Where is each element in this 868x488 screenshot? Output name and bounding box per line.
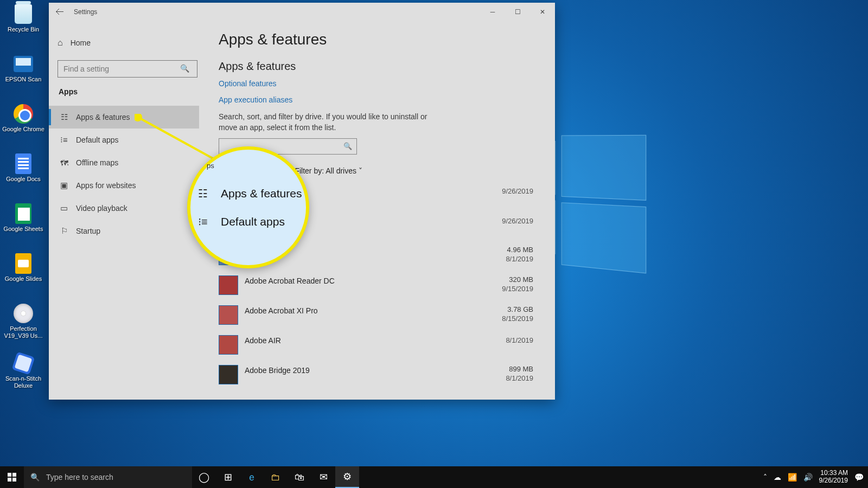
sidebar-section-title: Apps xyxy=(59,87,199,96)
app-size: 4.96 MB xyxy=(490,246,533,254)
taskbar: 🔍 Type here to search ◯ ⊞ ｅ 🗀 🛍 ✉ ⚙ ˄ ☁ … xyxy=(0,466,868,488)
chrome-icon xyxy=(14,104,33,124)
taskbar-store[interactable]: 🛍 xyxy=(288,466,311,488)
taskbar-file-explorer[interactable]: 🗀 xyxy=(264,466,288,488)
app-date: 8/1/2019 xyxy=(490,374,533,382)
sidebar-item-label: Video playback xyxy=(76,204,127,213)
close-button[interactable]: ✕ xyxy=(530,3,555,21)
desktop-icon-label: Google Chrome xyxy=(2,126,44,133)
filter-by[interactable]: Filter by: All drives ˅ xyxy=(295,166,362,175)
desktop-icon-label: Scan-n-Stitch Deluxe xyxy=(2,375,44,389)
highlight-row-label: Apps & features xyxy=(221,187,302,200)
sidebar-item-label: Offline maps xyxy=(76,158,118,167)
slides-icon xyxy=(15,253,31,274)
tray-clock[interactable]: 10:33 AM 9/26/2019 xyxy=(819,470,848,485)
app-size: 3.78 GB xyxy=(490,305,533,313)
list-icon: ☷ xyxy=(198,187,211,200)
sidebar-item-apps-features[interactable]: ☷Apps & features xyxy=(49,106,199,129)
sidebar-item-label: Home xyxy=(71,38,91,47)
app-date: 8/15/2019 xyxy=(490,314,533,323)
settings-search-input[interactable] xyxy=(58,60,197,78)
settings-search[interactable]: 🔍 xyxy=(58,60,199,78)
desktop-icon-label: EPSON Scan xyxy=(5,76,42,83)
app-icon xyxy=(219,335,238,355)
app-name: Adobe Acrobat XI Pro xyxy=(245,305,490,315)
sidebar-item-startup[interactable]: ⚐Startup xyxy=(49,220,199,242)
app-icon xyxy=(219,305,238,325)
recycle-bin-icon xyxy=(15,4,32,24)
tutorial-highlight-circle: ps ☷Apps & features ⁝≡Default apps xyxy=(187,146,309,268)
desktop-icon-label: Google Slides xyxy=(5,275,42,282)
sidebar-nav: ☷Apps & features ⁝≡Default apps 🗺Offline… xyxy=(49,106,199,242)
scanner-icon xyxy=(14,56,33,72)
app-date: 9/26/2019 xyxy=(490,217,533,225)
highlight-corner-text: ps xyxy=(207,162,214,170)
tray-notifications-icon[interactable]: 💬 xyxy=(854,473,864,481)
link-optional-features[interactable]: Optional features xyxy=(219,79,555,88)
section-description: Search, sort, and filter by drive. If yo… xyxy=(219,112,436,133)
stitch-icon xyxy=(12,352,35,375)
app-list-item[interactable]: Adobe Bridge 2019899 MB8/1/2019 xyxy=(219,365,555,395)
desktop-icon-recycle-bin[interactable]: Recycle Bin xyxy=(2,3,44,51)
defaults-icon: ⁝≡ xyxy=(60,135,68,145)
app-name: Adobe Bridge 2019 xyxy=(245,365,490,375)
desktop-icon-google-docs[interactable]: Google Docs xyxy=(2,153,44,201)
desktop-icon-chrome[interactable]: Google Chrome xyxy=(2,103,44,151)
highlight-row-label: Default apps xyxy=(221,215,285,228)
docs-icon xyxy=(15,153,31,174)
app-list-item[interactable]: Adobe AIR8/1/2019 xyxy=(219,335,555,365)
sidebar-item-apps-websites[interactable]: ▣Apps for websites xyxy=(49,174,199,197)
link-app-execution-aliases[interactable]: App execution aliases xyxy=(219,95,555,104)
cd-icon xyxy=(14,304,33,323)
desktop-icon-label: Recycle Bin xyxy=(8,26,39,33)
startup-icon: ⚐ xyxy=(60,226,68,236)
sidebar-item-label: Apps for websites xyxy=(76,181,136,190)
desktop-icon-scan-n-stitch[interactable]: Scan-n-Stitch Deluxe xyxy=(2,352,44,400)
taskbar-settings[interactable]: ⚙ xyxy=(335,466,359,488)
sidebar: ⌂ Home 🔍 Apps ☷Apps & features ⁝≡Default… xyxy=(49,21,208,400)
desktop-icon-perfection[interactable]: Perfection V19_V39 Us... xyxy=(2,303,44,350)
maximize-button[interactable]: ☐ xyxy=(505,3,530,21)
sidebar-item-video-playback[interactable]: ▭Video playback xyxy=(49,197,199,220)
app-name: Adobe Acrobat Reader DC xyxy=(245,275,490,285)
taskbar-search[interactable]: 🔍 Type here to search xyxy=(24,466,192,488)
desktop-icons: Recycle Bin EPSON Scan Google Chrome Goo… xyxy=(2,3,46,402)
minimize-button[interactable]: ─ xyxy=(480,3,505,21)
sidebar-item-offline-maps[interactable]: 🗺Offline maps xyxy=(49,151,199,174)
sidebar-item-default-apps[interactable]: ⁝≡Default apps xyxy=(49,129,199,151)
tray-network-icon[interactable]: 📶 xyxy=(788,473,797,481)
sidebar-item-home[interactable]: ⌂ Home xyxy=(58,32,199,54)
taskbar-edge[interactable]: ｅ xyxy=(240,466,264,488)
desktop-icon-epson-scan[interactable]: EPSON Scan xyxy=(2,53,44,101)
sheets-icon xyxy=(15,203,31,224)
sidebar-item-label: Default apps xyxy=(76,136,119,144)
window-title: Settings xyxy=(74,8,97,16)
search-icon: 🔍 xyxy=(343,142,352,150)
back-button[interactable]: 🡠 xyxy=(55,7,64,17)
tray-onedrive-icon[interactable]: ☁ xyxy=(774,473,781,481)
app-name: Adobe AIR xyxy=(245,335,490,345)
desktop-icon-google-sheets[interactable]: Google Sheets xyxy=(2,203,44,251)
app-date: 8/1/2019 xyxy=(490,255,533,263)
app-list-item[interactable]: Adobe Acrobat Reader DC320 MB9/15/2019 xyxy=(219,275,555,305)
app-icon xyxy=(219,365,238,384)
app-date: 8/1/2019 xyxy=(490,336,533,344)
taskbar-task-view[interactable]: ⊞ xyxy=(216,466,240,488)
desktop-icon-label: Google Docs xyxy=(6,176,41,183)
start-button[interactable] xyxy=(0,466,24,488)
desktop-icon-google-slides[interactable]: Google Slides xyxy=(2,253,44,300)
app-icon xyxy=(219,275,238,295)
map-icon: 🗺 xyxy=(60,158,68,168)
sidebar-item-label: Apps & features xyxy=(76,113,130,121)
app-list-item[interactable]: Adobe Acrobat XI Pro3.78 GB8/15/2019 xyxy=(219,305,555,335)
website-icon: ▣ xyxy=(60,181,68,190)
taskbar-search-placeholder: Type here to search xyxy=(46,473,113,481)
tray-volume-icon[interactable]: 🔊 xyxy=(803,473,813,481)
defaults-icon: ⁝≡ xyxy=(198,215,211,228)
search-icon: 🔍 xyxy=(180,64,189,73)
app-size: 320 MB xyxy=(490,275,533,284)
taskbar-mail[interactable]: ✉ xyxy=(311,466,335,488)
tray-overflow-icon[interactable]: ˄ xyxy=(763,473,767,481)
app-date: 9/26/2019 xyxy=(490,187,533,195)
taskbar-cortana[interactable]: ◯ xyxy=(192,466,216,488)
